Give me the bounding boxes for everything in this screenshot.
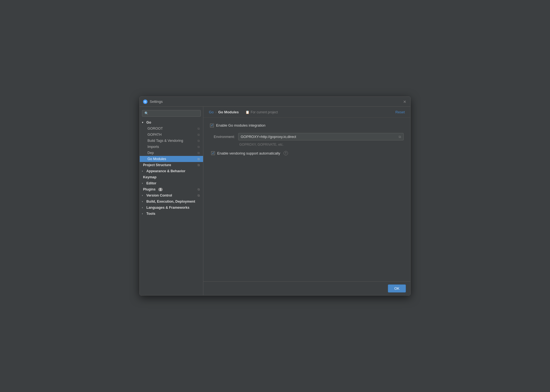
sidebar-item-label: GOPATH	[147, 133, 162, 137]
sidebar-item-label: Appearance & Behavior	[146, 169, 185, 173]
environment-field-row: Environment: ⧉	[210, 133, 404, 140]
sidebar-item-label: Build, Execution, Deployment	[146, 200, 195, 203]
sidebar-item-goroot[interactable]: GOROOT ⧉	[140, 126, 203, 132]
breadcrumb-current: Go Modules	[218, 110, 239, 114]
copy-icon: ⧉	[198, 139, 200, 143]
copy-icon: ⧉	[198, 188, 200, 191]
field-copy-icon[interactable]: ⧉	[399, 135, 401, 139]
close-button[interactable]: ✕	[403, 100, 407, 104]
dialog-body: 🔍 ▾ Go GOROOT ⧉ GOPATH ⧉ Build Tags & Ve…	[140, 107, 410, 295]
sidebar-item-build-exec-deploy[interactable]: › Build, Execution, Deployment	[140, 198, 203, 205]
title-bar-left: G Settings	[143, 100, 163, 104]
sidebar-item-version-control[interactable]: › Version Control ⧉	[140, 192, 203, 198]
project-icon: 📋	[245, 110, 250, 114]
sidebar-item-go[interactable]: ▾ Go	[140, 119, 203, 126]
sidebar-item-label: Go	[146, 121, 151, 124]
search-box[interactable]: 🔍	[142, 110, 201, 117]
vendoring-label: Enable vendoring support automatically	[217, 151, 280, 155]
breadcrumb-separator: ›	[215, 110, 216, 114]
plugins-badge: 1	[158, 188, 163, 191]
title-bar: G Settings ✕	[140, 97, 410, 107]
copy-icon: ⧉	[198, 194, 200, 197]
enable-modules-checkbox[interactable]	[210, 124, 214, 127]
help-icon[interactable]: ?	[284, 151, 288, 155]
sidebar-item-project-structure[interactable]: Project Structure ⧉	[140, 162, 203, 168]
chevron-right-icon: ›	[142, 200, 145, 203]
environment-input-wrapper: ⧉	[238, 133, 404, 140]
sidebar-item-tools[interactable]: › Tools	[140, 211, 203, 217]
sidebar-item-go-modules[interactable]: Go Modules ⧉	[140, 156, 203, 162]
enable-modules-row: Enable Go modules integration	[210, 123, 404, 127]
chevron-down-icon: ▾	[142, 121, 145, 124]
sidebar-item-dep[interactable]: Dep ⧉	[140, 150, 203, 156]
sidebar-item-label: Editor	[146, 181, 156, 185]
app-icon: G	[143, 100, 147, 104]
content-footer: OK	[203, 281, 410, 295]
copy-icon: ⧉	[198, 163, 200, 167]
chevron-right-icon: ›	[142, 212, 145, 215]
chevron-right-icon: ›	[142, 182, 145, 185]
sidebar-item-build-tags[interactable]: Build Tags & Vendoring ⧉	[140, 138, 203, 144]
sidebar-item-label: Go Modules	[147, 157, 166, 161]
sidebar-item-label: Project Structure	[143, 163, 171, 167]
copy-icon: ⧉	[198, 127, 200, 130]
settings-dialog: G Settings ✕ 🔍 ▾ Go GOROOT ⧉ GOPATH	[139, 96, 411, 296]
sidebar-item-label: Languages & Frameworks	[146, 206, 190, 210]
sidebar-item-label: Keymap	[143, 175, 157, 179]
reset-button[interactable]: Reset	[395, 110, 405, 114]
environment-hint: GOPROXY, GOPRIVATE, etc.	[239, 143, 404, 147]
sidebar-item-label: Dep	[147, 151, 154, 155]
copy-icon: ⧉	[198, 157, 200, 161]
sidebar-item-label: GOROOT	[147, 127, 163, 130]
chevron-right-icon: ›	[142, 194, 145, 197]
environment-input[interactable]	[241, 135, 399, 139]
sidebar-item-plugins[interactable]: Plugins 1 ⧉	[140, 186, 203, 192]
environment-label: Environment:	[210, 135, 235, 139]
sidebar-item-languages-frameworks[interactable]: › Languages & Frameworks	[140, 205, 203, 211]
sidebar: 🔍 ▾ Go GOROOT ⧉ GOPATH ⧉ Build Tags & Ve…	[140, 107, 203, 295]
breadcrumb-go[interactable]: Go	[209, 110, 214, 114]
chevron-right-icon: ›	[142, 170, 145, 173]
for-project-label: 📋 For current project	[245, 110, 278, 114]
copy-icon: ⧉	[198, 133, 200, 137]
chevron-right-icon: ›	[142, 206, 145, 209]
sidebar-item-keymap[interactable]: Keymap	[140, 174, 203, 180]
copy-icon: ⧉	[198, 145, 200, 149]
copy-icon: ⧉	[198, 151, 200, 155]
ok-button[interactable]: OK	[388, 284, 406, 292]
sidebar-item-label: Version Control	[146, 194, 172, 197]
content-header: Go › Go Modules 📋 For current project Re…	[203, 107, 410, 118]
enable-modules-label: Enable Go modules integration	[216, 123, 266, 127]
sidebar-item-imports[interactable]: Imports ⧉	[140, 144, 203, 150]
sidebar-item-appearance-behavior[interactable]: › Appearance & Behavior	[140, 168, 203, 174]
search-icon: 🔍	[144, 111, 149, 115]
sidebar-item-label: Imports	[147, 145, 159, 149]
sidebar-item-label: Plugins	[143, 187, 155, 191]
sidebar-item-label: Build Tags & Vendoring	[147, 139, 183, 143]
vendoring-row: Enable vendoring support automatically ?	[211, 151, 404, 155]
sidebar-item-gopath[interactable]: GOPATH ⧉	[140, 132, 203, 138]
content-body: Enable Go modules integration Environmen…	[203, 118, 410, 281]
sidebar-item-label: Tools	[146, 212, 155, 216]
search-input[interactable]	[150, 111, 198, 115]
dialog-title: Settings	[150, 100, 163, 104]
main-content: Go › Go Modules 📋 For current project Re…	[203, 107, 410, 295]
vendoring-checkbox[interactable]	[211, 151, 215, 155]
breadcrumb: Go › Go Modules	[209, 110, 239, 114]
sidebar-item-editor[interactable]: › Editor	[140, 180, 203, 186]
